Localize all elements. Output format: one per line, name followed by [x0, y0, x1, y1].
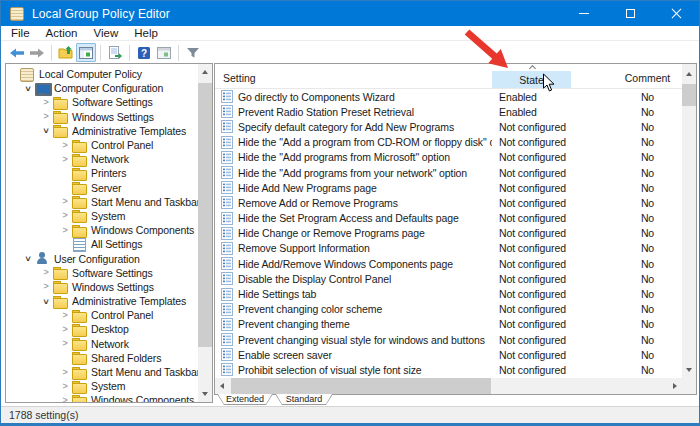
tree-expander-icon[interactable]: [39, 282, 53, 291]
menu-item[interactable]: View: [86, 27, 127, 39]
tree-scroll-up-button[interactable]: [198, 64, 212, 80]
tree-expander-icon[interactable]: [58, 226, 72, 235]
list-scroll-right-button[interactable]: [668, 378, 682, 394]
tree-item[interactable]: Software Settings: [6, 95, 198, 109]
help-button[interactable]: ?: [134, 43, 154, 62]
tree-item[interactable]: All Settings: [6, 237, 198, 251]
tree-item-label: Software Settings: [72, 267, 153, 279]
tree-expander-icon[interactable]: [58, 368, 72, 377]
up-one-level-button[interactable]: [56, 43, 76, 62]
tree-item[interactable]: Software Settings: [6, 266, 198, 280]
tree-item[interactable]: Network: [6, 152, 198, 166]
tree-item[interactable]: Network: [6, 337, 198, 351]
list-scroll-left-button[interactable]: [215, 378, 229, 394]
title-bar[interactable]: Local Group Policy Editor: [1, 1, 699, 26]
column-header-comment[interactable]: Comment: [571, 72, 682, 89]
tree-item[interactable]: Administrative Templates: [6, 124, 198, 138]
toolbar-separator: [129, 45, 130, 61]
policy-row[interactable]: Disable the Display Control Panel Not co…: [215, 271, 682, 286]
tree-scrollbar-thumb[interactable]: [198, 83, 212, 347]
policy-row[interactable]: Prevent changing color scheme Not config…: [215, 302, 682, 317]
tree-expander-icon[interactable]: [58, 396, 72, 402]
policy-row[interactable]: Hide Add/Remove Windows Components page …: [215, 256, 682, 271]
tree-expander-icon[interactable]: [58, 325, 72, 334]
policy-row[interactable]: Hide the "Add a program from CD-ROM or f…: [215, 135, 682, 150]
tree-item[interactable]: Server: [6, 181, 198, 195]
tree-item-label: Windows Settings: [72, 111, 154, 123]
show-console-tree-button[interactable]: [76, 43, 96, 62]
column-header-setting[interactable]: Setting: [215, 72, 492, 89]
policy-row[interactable]: Remove Add or Remove Programs Not config…: [215, 195, 682, 210]
tree-expander-icon[interactable]: [39, 297, 53, 306]
tree-scroll-down-button[interactable]: [198, 386, 212, 402]
forward-button[interactable]: [27, 43, 47, 62]
tree-item[interactable]: Printers: [6, 166, 198, 180]
policy-row[interactable]: Hide Settings tab Not configured No: [215, 286, 682, 301]
tree-expander-icon[interactable]: [21, 254, 35, 263]
policy-row[interactable]: Specify default category for Add New Pro…: [215, 119, 682, 134]
tree-expander-icon[interactable]: [39, 112, 53, 121]
maximize-button[interactable]: [607, 1, 653, 26]
policy-row[interactable]: Remove Support Information Not configure…: [215, 241, 682, 256]
tree-expander-icon[interactable]: [21, 84, 35, 93]
policy-setting-name: Remove Add or Remove Programs: [238, 197, 398, 209]
policy-row[interactable]: Prevent changing visual style for window…: [215, 332, 682, 347]
new-window-button[interactable]: [154, 43, 174, 62]
tree-expander-icon[interactable]: [39, 98, 53, 107]
tree-expander-icon[interactable]: [39, 126, 53, 135]
menu-item[interactable]: Action: [38, 27, 86, 39]
tree-expander-icon[interactable]: [39, 268, 53, 277]
tree-expander-icon[interactable]: [58, 197, 72, 206]
tree-expander-icon[interactable]: [58, 141, 72, 150]
tree-item[interactable]: Local Computer Policy: [6, 67, 198, 81]
policy-row[interactable]: Enable screen saver Not configured No: [215, 347, 682, 362]
tree-item[interactable]: Start Menu and Taskbar: [6, 365, 198, 379]
tree-item[interactable]: Windows Components: [6, 393, 198, 402]
list-horizontal-scrollbar-thumb[interactable]: [231, 378, 491, 394]
list-scroll-up-button[interactable]: [682, 66, 696, 82]
tab-standard[interactable]: Standard: [275, 394, 333, 405]
export-list-button[interactable]: [105, 43, 125, 62]
menu-item[interactable]: Help: [126, 27, 166, 39]
tree-item[interactable]: Shared Folders: [6, 351, 198, 365]
policy-row[interactable]: Hide Add New Programs page Not configure…: [215, 180, 682, 195]
tree-expander-icon[interactable]: [58, 155, 72, 164]
policy-row[interactable]: Hide the "Add programs from your network…: [215, 165, 682, 180]
tree-item[interactable]: Windows Settings: [6, 110, 198, 124]
list-scrollbar-thumb[interactable]: [682, 84, 696, 106]
tree-expander-icon[interactable]: [58, 339, 72, 348]
column-header-state[interactable]: State: [492, 64, 571, 89]
tree-item[interactable]: Windows Settings: [6, 280, 198, 294]
tree-item[interactable]: Control Panel: [6, 308, 198, 322]
policy-comment: No: [571, 242, 682, 254]
policy-row[interactable]: Go directly to Components Wizard Enabled…: [215, 89, 682, 104]
tree-item[interactable]: Computer Configuration: [6, 81, 198, 95]
tree-item[interactable]: User Configuration: [6, 251, 198, 265]
list-scroll-down-button[interactable]: [682, 362, 696, 378]
policy-row[interactable]: Hide Change or Remove Programs page Not …: [215, 226, 682, 241]
tree-item[interactable]: Control Panel: [6, 138, 198, 152]
tree-item[interactable]: System: [6, 379, 198, 393]
back-button[interactable]: [7, 43, 27, 62]
tree-item[interactable]: Administrative Templates: [6, 294, 198, 308]
tab-extended[interactable]: Extended: [217, 394, 273, 405]
policy-row[interactable]: Prevent changing theme Not configured No: [215, 317, 682, 332]
tree-expander-icon[interactable]: [58, 211, 72, 220]
tree-item[interactable]: System: [6, 209, 198, 223]
tree-item-icon: [20, 68, 35, 81]
tree-expander-icon[interactable]: [58, 382, 72, 391]
policy-row[interactable]: Hide the "Add programs from Microsoft" o…: [215, 150, 682, 165]
tree-item[interactable]: Desktop: [6, 322, 198, 336]
menu-item[interactable]: File: [3, 27, 38, 39]
policy-row[interactable]: Hide the Set Program Access and Defaults…: [215, 211, 682, 226]
tree-item[interactable]: Start Menu and Taskbar: [6, 195, 198, 209]
filter-button[interactable]: [183, 43, 203, 62]
policy-comment: No: [571, 212, 682, 224]
policy-comment: No: [571, 349, 682, 361]
policy-row[interactable]: Prevent Radio Station Preset Retrieval E…: [215, 104, 682, 119]
minimize-button[interactable]: [561, 1, 607, 26]
close-button[interactable]: [653, 1, 699, 26]
policy-row[interactable]: Prohibit selection of visual style font …: [215, 362, 682, 377]
tree-item[interactable]: Windows Components: [6, 223, 198, 237]
tree-expander-icon[interactable]: [58, 311, 72, 320]
